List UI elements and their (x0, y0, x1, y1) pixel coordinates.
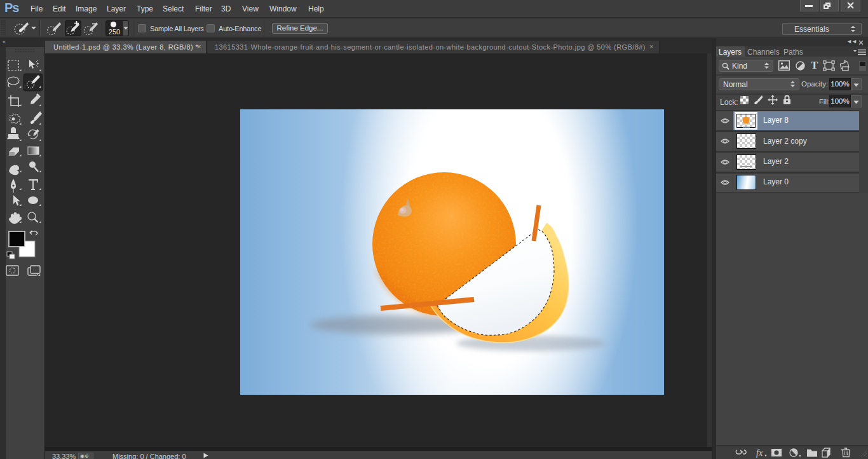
svg-text:fx: fx (756, 448, 763, 458)
